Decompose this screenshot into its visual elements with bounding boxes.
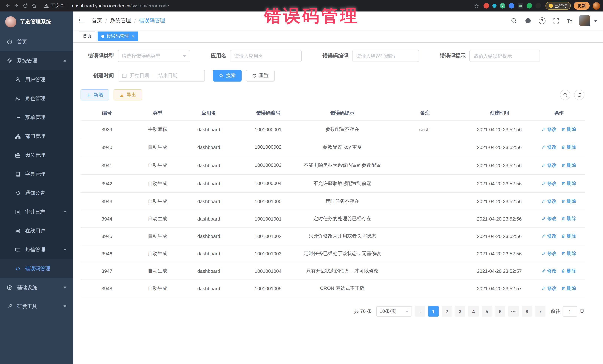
error-type-select[interactable]: 请选择错误码类型 — [118, 50, 190, 62]
error-code-input[interactable] — [356, 50, 415, 62]
page-button-5[interactable]: 5 — [482, 306, 492, 317]
edit-link[interactable]: 修改 — [541, 268, 557, 274]
pagination: 共 76 条 10条/页 ‹ 1 2 3 4 5 6 ••• 8 › — [81, 306, 584, 317]
search-button[interactable]: 搜索 — [213, 70, 242, 82]
table-header-row: 编号 类型 应用名 错误码编码 错误码提示 备注 创建时间 操作 — [81, 106, 585, 121]
table-row: 3944 自动生成 dashboard 1001001001 定时任务的处理器已… — [81, 210, 585, 227]
sidebar-item-departments[interactable]: 部门管理 — [0, 127, 73, 146]
paused-badge[interactable]: 已暂停 — [545, 2, 571, 10]
sidebar-item-roles[interactable]: 角色管理 — [0, 89, 73, 108]
github-icon[interactable] — [524, 17, 531, 24]
sidebar-item-announcements[interactable]: 通知公告 — [0, 184, 73, 202]
next-page-button[interactable]: › — [535, 306, 545, 317]
delete-link[interactable]: 删除 — [561, 285, 576, 292]
page-button-2[interactable]: 2 — [441, 306, 452, 317]
security-indicator[interactable]: 不安全 — [44, 3, 64, 9]
goto-page-input[interactable] — [563, 306, 577, 317]
breadcrumb-system[interactable]: 系统管理 — [110, 17, 131, 24]
export-button[interactable]: 导出 — [114, 89, 142, 100]
extension-people-icon[interactable] — [509, 3, 514, 9]
delete-link[interactable]: 删除 — [561, 126, 576, 133]
sidebar-item-dictionary[interactable]: 字典管理 — [0, 165, 73, 184]
edit-link[interactable]: 修改 — [541, 233, 557, 240]
delete-link[interactable]: 删除 — [561, 268, 576, 274]
code-icon — [15, 265, 21, 272]
forward-icon[interactable] — [12, 1, 21, 10]
edit-icon — [541, 234, 546, 238]
show-search-button[interactable] — [560, 90, 570, 100]
delete-link[interactable]: 删除 — [561, 215, 576, 222]
edit-link[interactable]: 修改 — [541, 198, 557, 205]
sidebar-item-infrastructure[interactable]: 基础设施 — [0, 278, 73, 297]
delete-link[interactable]: 删除 — [561, 198, 576, 205]
font-size-icon[interactable]: TT — [567, 18, 572, 24]
delete-link[interactable]: 删除 — [561, 144, 576, 151]
home-icon[interactable] — [30, 1, 39, 10]
edit-link[interactable]: 修改 — [541, 250, 557, 257]
delete-link[interactable]: 删除 — [561, 233, 576, 240]
page-button-1[interactable]: 1 — [428, 306, 439, 317]
address-bar[interactable]: dashboard.yudao.iocoder.cn/system/error-… — [72, 3, 472, 8]
delete-link[interactable]: 删除 — [561, 250, 576, 257]
edit-link[interactable]: 修改 — [541, 180, 557, 187]
help-icon[interactable]: ? — [539, 17, 545, 24]
table-row: 3945 自动生成 dashboard 1001001002 只允许修改为开启或… — [81, 227, 585, 245]
sidebar-item-menus[interactable]: 菜单管理 — [0, 108, 73, 127]
app-logo[interactable]: 芋道管理系统 — [0, 11, 73, 32]
tag-home[interactable]: 首页 — [79, 31, 95, 41]
sidebar-toggle-icon[interactable] — [78, 16, 86, 25]
edit-link[interactable]: 修改 — [541, 126, 557, 133]
extension-red-icon[interactable] — [483, 3, 489, 9]
delete-link[interactable]: 删除 — [561, 180, 576, 187]
trash-icon — [561, 269, 566, 273]
page-button-8[interactable]: 8 — [522, 306, 532, 317]
chevron-down-icon — [63, 211, 66, 213]
breadcrumb-home[interactable]: 首页 — [92, 17, 102, 24]
extension-on-badge-icon[interactable]: on — [517, 3, 523, 9]
user-avatar[interactable] — [579, 15, 590, 26]
add-button[interactable]: 新增 — [81, 89, 109, 100]
close-icon[interactable]: × — [132, 33, 134, 39]
edit-link[interactable]: 修改 — [541, 285, 557, 292]
col-id: 编号 — [81, 106, 133, 121]
caret-down-icon[interactable] — [594, 20, 597, 22]
delete-link[interactable]: 删除 — [561, 162, 576, 169]
page-button-3[interactable]: 3 — [455, 306, 465, 317]
sidebar-item-dev-tools[interactable]: 研发工具 — [0, 297, 73, 316]
back-icon[interactable] — [3, 1, 12, 10]
page-button-6[interactable]: 6 — [495, 306, 505, 317]
browser-profile-avatar[interactable] — [593, 2, 600, 10]
sidebar-item-audit-logs[interactable]: 审计日志 — [0, 202, 73, 221]
edit-link[interactable]: 修改 — [541, 162, 557, 169]
sidebar-item-users[interactable]: 用户管理 — [0, 70, 73, 89]
reset-button[interactable]: 重置 — [246, 70, 275, 82]
sidebar-item-online-users[interactable]: 在线用户 — [0, 221, 73, 240]
error-hint-input[interactable] — [474, 50, 536, 62]
tag-error-codes[interactable]: 错误码管理 × — [98, 31, 138, 41]
more-pages-button[interactable]: ••• — [508, 306, 519, 317]
reload-icon[interactable] — [21, 1, 30, 10]
refresh-table-button[interactable] — [574, 90, 584, 100]
prev-page-button[interactable]: ‹ — [415, 306, 425, 317]
page-size-select[interactable]: 10条/页 — [376, 306, 412, 317]
extension-dark-icon[interactable] — [535, 3, 541, 9]
sidebar-item-home[interactable]: 首页 — [0, 32, 73, 51]
sidebar-item-positions[interactable]: 岗位管理 — [0, 146, 73, 165]
trash-icon — [561, 217, 566, 221]
browser-update-button[interactable]: 更新 — [574, 2, 590, 10]
page-button-4[interactable]: 4 — [468, 306, 479, 317]
search-icon[interactable] — [510, 17, 517, 24]
create-time-range-picker[interactable]: 开始日期 - 结束日期 — [118, 70, 205, 82]
sidebar-item-sms[interactable]: 短信管理 — [0, 240, 73, 259]
trash-icon — [561, 199, 566, 203]
edit-link[interactable]: 修改 — [541, 144, 557, 151]
extension-leaf-icon[interactable] — [526, 3, 532, 9]
sidebar-item-error-codes[interactable]: 错误码管理 — [0, 259, 73, 278]
vue-devtools-icon[interactable]: V — [500, 3, 505, 9]
bookmark-star-icon[interactable]: ☆ — [474, 3, 479, 9]
sidebar-item-system[interactable]: 系统管理 — [0, 51, 73, 70]
edit-link[interactable]: 修改 — [541, 215, 557, 222]
fullscreen-icon[interactable] — [553, 17, 559, 24]
app-name-input[interactable] — [234, 50, 298, 62]
extension-cyan-icon[interactable] — [492, 4, 496, 8]
